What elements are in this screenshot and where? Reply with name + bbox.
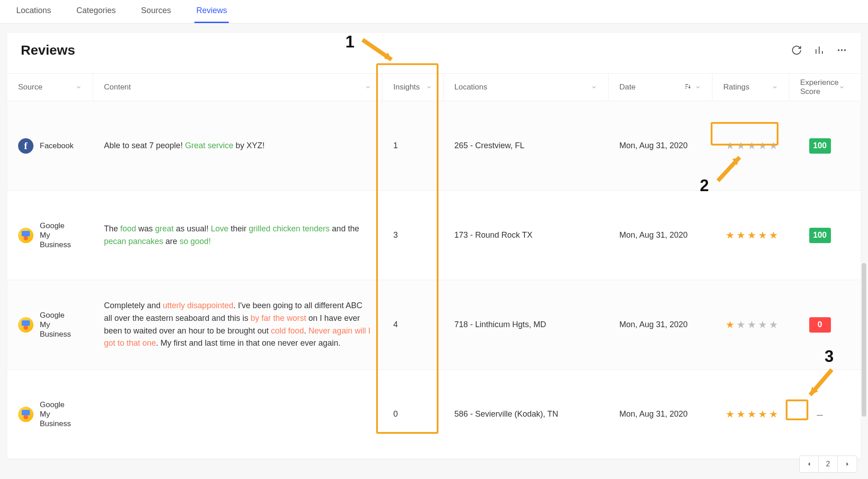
text: their — [228, 224, 249, 233]
cell-location: 718 - Linthicum Hgts, MD — [443, 320, 609, 329]
sentiment-pos: food — [120, 224, 136, 233]
col-source[interactable]: Source — [7, 74, 93, 101]
cell-score: 0 — [789, 317, 850, 333]
sentiment-pos: Great service — [185, 141, 233, 150]
text: Completely and — [104, 301, 163, 310]
sort-desc-icon — [684, 83, 691, 92]
tab-locations[interactable]: Locations — [14, 6, 53, 23]
text: . My first and last time in that one nev… — [156, 338, 340, 348]
star-icon: ★ — [736, 409, 746, 420]
cell-content: Completely and utterly disappointed. I'v… — [93, 300, 382, 350]
star-icon: ★ — [769, 409, 778, 420]
table-row[interactable]: GoogleMyBusinessThe food was great as us… — [7, 191, 861, 280]
star-icon: ★ — [747, 319, 757, 331]
tab-categories[interactable]: Categories — [75, 6, 118, 23]
header-actions — [791, 45, 847, 56]
star-icon: ★ — [736, 319, 746, 331]
star-icon: ★ — [747, 409, 757, 420]
cell-score: – — [789, 407, 850, 422]
sentiment-pos: great — [155, 224, 174, 233]
sentiment-pos: pecan pancakes — [104, 237, 163, 246]
tab-reviews[interactable]: Reviews — [194, 6, 229, 23]
table-row[interactable]: GoogleMyBusinessCompletely and utterly d… — [7, 280, 861, 370]
star-icon: ★ — [726, 230, 735, 241]
pager-next[interactable] — [838, 456, 857, 472]
scrollbar[interactable] — [862, 263, 866, 417]
text: was — [136, 224, 155, 233]
sentiment-pos: Love — [211, 224, 228, 233]
star-rating: ★★★★★ — [726, 409, 778, 420]
text: as usual! — [174, 224, 211, 233]
svg-point-3 — [838, 49, 840, 51]
cell-insights: 0 — [382, 409, 443, 419]
cell-insights: 4 — [382, 320, 443, 329]
sentiment-pos: grilled chicken tenders — [249, 224, 330, 233]
google-my-business-icon — [18, 317, 33, 333]
reviews-card: Reviews Source Content — [7, 33, 861, 459]
star-icon: ★ — [736, 230, 746, 241]
chevron-down-icon — [695, 84, 701, 90]
col-insights[interactable]: Insights — [382, 74, 443, 101]
sentiment-pos: so good! — [179, 237, 211, 246]
experience-score-badge: 100 — [809, 138, 831, 154]
cell-score: 100 — [789, 138, 850, 154]
table-row[interactable]: GoogleMyBusiness0586 - Sevierville (Koda… — [7, 370, 861, 459]
experience-score-badge: 100 — [809, 228, 831, 243]
col-date[interactable]: Date — [609, 74, 712, 101]
chart-icon[interactable] — [814, 45, 825, 56]
pager-prev[interactable] — [800, 456, 819, 472]
tab-sources[interactable]: Sources — [139, 6, 173, 23]
star-rating: ★★★★★ — [726, 319, 778, 331]
google-my-business-icon — [18, 228, 33, 243]
cell-insights: 1 — [382, 141, 443, 150]
refresh-icon[interactable] — [791, 45, 802, 56]
source-name: GoogleMyBusiness — [40, 310, 71, 339]
cell-source: GoogleMyBusiness — [7, 310, 93, 339]
cell-location: 173 - Round Rock TX — [443, 230, 609, 240]
chevron-down-icon — [839, 84, 845, 90]
cell-score: 100 — [789, 228, 850, 243]
page-title: Reviews — [21, 42, 75, 58]
star-icon: ★ — [758, 140, 768, 152]
facebook-icon: f — [18, 138, 33, 154]
star-icon: ★ — [736, 140, 746, 152]
more-icon[interactable] — [836, 45, 847, 56]
table-body: fFacebookAble to seat 7 people! Great se… — [7, 101, 861, 459]
cell-date: Mon, Aug 31, 2020 — [609, 409, 712, 419]
chevron-down-icon — [591, 84, 597, 90]
col-ratings[interactable]: Ratings — [712, 74, 789, 101]
chevron-down-icon — [365, 84, 371, 90]
star-rating: ★★★★★ — [726, 230, 778, 241]
chevron-down-icon — [426, 84, 432, 90]
page-body: Reviews Source Content — [0, 23, 868, 479]
cell-location: 586 - Sevierville (Kodak), TN — [443, 409, 609, 419]
col-locations[interactable]: Locations — [443, 74, 609, 101]
cell-content: Able to seat 7 people! Great service by … — [93, 140, 382, 152]
col-locations-label: Locations — [454, 83, 487, 92]
text: by XYZ! — [233, 141, 264, 150]
cell-source: fFacebook — [7, 138, 93, 154]
pager-page[interactable]: 2 — [819, 456, 838, 472]
cell-source: GoogleMyBusiness — [7, 400, 93, 429]
text: Able to seat 7 people! — [104, 141, 185, 150]
star-icon: ★ — [747, 140, 757, 152]
text: The — [104, 224, 120, 233]
star-icon: ★ — [769, 319, 778, 331]
col-date-label: Date — [619, 83, 636, 92]
table-row[interactable]: fFacebookAble to seat 7 people! Great se… — [7, 101, 861, 191]
star-icon: ★ — [747, 230, 757, 241]
pager: 2 — [799, 456, 857, 473]
star-icon: ★ — [758, 319, 768, 331]
col-score[interactable]: Experience Score — [789, 74, 850, 101]
col-content[interactable]: Content — [93, 74, 382, 101]
star-icon: ★ — [758, 409, 768, 420]
cell-rating: ★★★★★ — [712, 319, 789, 331]
cell-insights: 3 — [382, 230, 443, 240]
star-icon: ★ — [726, 409, 735, 420]
col-ratings-label: Ratings — [723, 83, 750, 92]
cell-rating: ★★★★★ — [712, 230, 789, 241]
col-source-label: Source — [18, 83, 42, 92]
sentiment-neg: utterly disappointed — [163, 301, 233, 310]
sentiment-neg: by far the worst — [250, 314, 306, 323]
source-name: GoogleMyBusiness — [40, 221, 71, 250]
